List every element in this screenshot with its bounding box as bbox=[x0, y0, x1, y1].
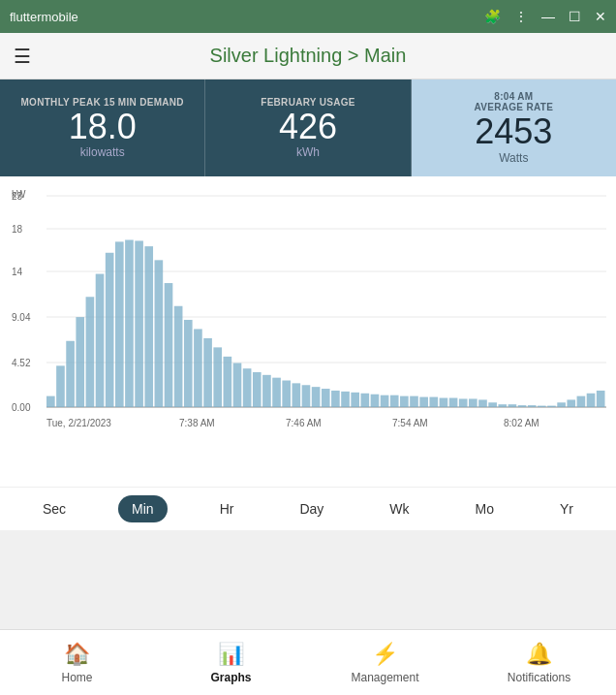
svg-text:4.52: 4.52 bbox=[12, 358, 31, 368]
chart-bar bbox=[115, 241, 124, 407]
bottom-nav: 🏠 Home 📊 Graphs ⚡ Management 🔔 Notificat… bbox=[0, 629, 616, 695]
chart-bar bbox=[184, 320, 193, 407]
chart-bars bbox=[46, 239, 605, 407]
stats-row: MONTHLY PEAK 15 MIN DEMAND 18.0 kilowatt… bbox=[0, 79, 616, 176]
nav-home[interactable]: 🏠 Home bbox=[0, 630, 154, 695]
chart-bar bbox=[224, 357, 232, 407]
chart-bar bbox=[528, 405, 537, 407]
svg-text:Tue, 2/21/2023: Tue, 2/21/2023 bbox=[46, 418, 111, 428]
average-rate-unit: Watts bbox=[499, 151, 528, 165]
average-rate-stat: 8:04 AM AVERAGE RATE 2453 Watts bbox=[412, 79, 616, 176]
time-btn-yr[interactable]: Yr bbox=[546, 495, 587, 522]
chart-bar bbox=[56, 365, 65, 407]
chart-bar bbox=[469, 398, 477, 407]
time-btn-sec[interactable]: Sec bbox=[29, 495, 79, 522]
chart-bar bbox=[86, 297, 95, 407]
chart-bar bbox=[597, 391, 605, 407]
chart-bar bbox=[478, 399, 487, 407]
close-button[interactable]: ✕ bbox=[595, 9, 606, 24]
minimize-button[interactable]: — bbox=[541, 9, 555, 24]
more-icon[interactable]: ⋮ bbox=[514, 9, 528, 24]
time-btn-day[interactable]: Day bbox=[286, 495, 337, 522]
chart-bar bbox=[243, 368, 252, 407]
chart-bar bbox=[66, 341, 75, 407]
nav-home-label: Home bbox=[61, 671, 92, 684]
chart-bar bbox=[360, 394, 369, 407]
chart-bar bbox=[488, 402, 497, 407]
puzzle-icon[interactable]: 🧩 bbox=[484, 9, 501, 24]
time-btn-hr[interactable]: Hr bbox=[206, 495, 248, 522]
chart-bar bbox=[46, 396, 55, 407]
chart-bar bbox=[508, 404, 517, 407]
chart-bar bbox=[518, 405, 527, 407]
svg-text:18: 18 bbox=[12, 224, 23, 235]
time-btn-mo[interactable]: Mo bbox=[462, 495, 508, 522]
chart-bar bbox=[341, 392, 350, 407]
chart-bar bbox=[498, 404, 507, 407]
svg-text:23: 23 bbox=[12, 191, 23, 202]
chart-bar bbox=[135, 240, 143, 407]
chart-bar bbox=[312, 387, 321, 407]
app-name: fluttermobile bbox=[10, 10, 78, 24]
chart-bar bbox=[400, 396, 409, 407]
chart-bar bbox=[331, 391, 340, 407]
chart-bar bbox=[449, 398, 458, 407]
chart-bar bbox=[213, 347, 222, 407]
chart-bar bbox=[547, 406, 556, 407]
chart-bar bbox=[577, 396, 586, 407]
chart-bar bbox=[272, 378, 281, 407]
chart-bar bbox=[322, 389, 330, 407]
svg-text:7:46 AM: 7:46 AM bbox=[286, 418, 322, 428]
chart-bar bbox=[203, 338, 212, 407]
nav-graphs-label: Graphs bbox=[210, 671, 251, 684]
time-btn-wk[interactable]: Wk bbox=[376, 495, 422, 522]
hamburger-menu[interactable]: ☰ bbox=[14, 45, 31, 68]
svg-text:7:54 AM: 7:54 AM bbox=[392, 418, 428, 428]
chart-bar bbox=[233, 363, 242, 407]
chart-bar bbox=[96, 274, 105, 407]
february-usage-value: 426 bbox=[279, 108, 337, 146]
time-btn-min[interactable]: Min bbox=[118, 495, 168, 522]
chart-bar bbox=[155, 260, 164, 407]
chart-bar bbox=[587, 394, 596, 407]
chart-bar bbox=[293, 383, 301, 407]
energy-chart: kW 23 18 14 9.04 4.52 0.00 Tue, 2/21/202… bbox=[10, 186, 606, 472]
svg-text:14: 14 bbox=[12, 267, 23, 277]
svg-text:7:38 AM: 7:38 AM bbox=[179, 418, 215, 428]
management-icon: ⚡ bbox=[372, 642, 398, 667]
chart-bar bbox=[302, 385, 311, 407]
february-usage-stat: FEBRUARY USAGE 426 kWh bbox=[205, 79, 411, 176]
chart-bar bbox=[410, 396, 418, 407]
chart-bar bbox=[282, 381, 291, 407]
chart-bar bbox=[538, 406, 546, 407]
nav-notifications-label: Notifications bbox=[508, 671, 570, 684]
monthly-peak-stat: MONTHLY PEAK 15 MIN DEMAND 18.0 kilowatt… bbox=[0, 79, 205, 176]
chart-bar bbox=[194, 329, 202, 407]
svg-text:0.00: 0.00 bbox=[12, 402, 31, 413]
chart-bar bbox=[106, 253, 114, 407]
maximize-button[interactable]: ☐ bbox=[569, 9, 581, 24]
chart-bar bbox=[429, 397, 438, 407]
chart-bar bbox=[440, 398, 448, 407]
chart-bar bbox=[253, 372, 262, 407]
chart-bar bbox=[459, 398, 468, 407]
chart-bar bbox=[419, 397, 428, 407]
monthly-peak-value: 18.0 bbox=[69, 108, 137, 146]
chart-bar bbox=[76, 317, 84, 407]
nav-graphs[interactable]: 📊 Graphs bbox=[154, 630, 308, 695]
chart-bar bbox=[351, 393, 359, 407]
monthly-peak-unit: kilowatts bbox=[80, 145, 125, 159]
app-header: ☰ Silver Lightning > Main bbox=[0, 33, 616, 79]
chart-bar bbox=[390, 395, 399, 407]
page-title: Silver Lightning > Main bbox=[210, 45, 407, 67]
chart-bar bbox=[567, 399, 575, 407]
nav-management[interactable]: ⚡ Management bbox=[308, 630, 462, 695]
chart-bar bbox=[174, 306, 183, 407]
svg-text:9.04: 9.04 bbox=[12, 312, 31, 323]
chart-bar bbox=[144, 246, 153, 407]
graphs-icon: 📊 bbox=[218, 642, 244, 667]
chart-bar bbox=[557, 402, 566, 407]
svg-text:8:02 AM: 8:02 AM bbox=[504, 418, 539, 428]
chart-bar bbox=[165, 283, 173, 407]
nav-notifications[interactable]: 🔔 Notifications bbox=[462, 630, 616, 695]
